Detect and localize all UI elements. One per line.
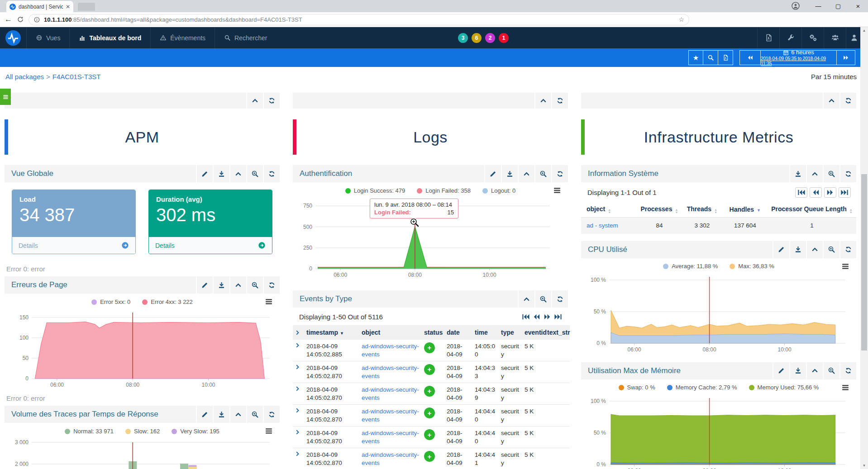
event-object-link[interactable]: ad-windows-security-events (362, 386, 419, 401)
legend-item[interactable]: Max: 36,83 % (730, 263, 774, 270)
edit-icon[interactable] (196, 165, 213, 182)
status-badge-yellow[interactable]: 6 (472, 33, 482, 43)
table-row[interactable]: 2018-04-09 14:05:02.870ad-windows-securi… (293, 405, 570, 426)
refresh-icon[interactable] (551, 93, 568, 109)
cpu-area-chart[interactable]: 0 %50 %100 %06:0008:0010:00 (582, 272, 855, 356)
time-rewind-button[interactable] (739, 50, 761, 65)
toolbar-pdf-button[interactable] (718, 50, 733, 65)
users-button[interactable] (824, 27, 846, 48)
window-close-button[interactable]: × (848, 2, 868, 10)
table-row[interactable]: 2018-04-09 14:05:02.870ad-windows-securi… (293, 448, 570, 469)
zoom-icon[interactable] (246, 406, 263, 423)
servicepilot-logo[interactable] (0, 27, 26, 48)
memory-area-chart[interactable]: 0 %50 %100 %06:0008:0010:00 (582, 393, 855, 469)
event-object-link[interactable]: ad-windows-security-events (362, 365, 419, 379)
table-row[interactable]: 2018-04-09 14:05:02.870ad-windows-securi… (293, 383, 570, 405)
zoom-icon[interactable] (823, 362, 839, 379)
legend-item[interactable]: Error 4xx: 3 222 (142, 298, 193, 305)
download-icon[interactable] (789, 165, 806, 182)
col-timestamp[interactable]: timestamp ▼ (305, 325, 360, 340)
edit-icon[interactable] (196, 406, 213, 423)
prev-page-button[interactable] (532, 313, 541, 321)
page-scrollbar[interactable]: ▲ ▼ (860, 27, 868, 469)
zoom-icon[interactable] (534, 165, 551, 182)
zoom-icon[interactable] (246, 165, 263, 182)
legend-item[interactable]: Swap: 0 % (619, 384, 655, 391)
legend-item[interactable]: Login Failed: 358 (417, 187, 471, 194)
collapse-icon[interactable] (229, 276, 246, 294)
col-eventid[interactable]: eventid (523, 325, 545, 340)
refresh-icon[interactable] (263, 276, 280, 294)
download-icon[interactable] (213, 165, 229, 182)
legend-item[interactable]: Slow: 162 (125, 428, 160, 435)
legend-item[interactable]: Error 5xx: 0 (91, 298, 130, 305)
refresh-icon[interactable] (551, 165, 568, 182)
refresh-icon[interactable] (839, 165, 856, 182)
load-details-link[interactable]: Details (19, 242, 38, 249)
export-pdf-button[interactable] (757, 27, 779, 48)
scrollbar-thumb[interactable] (861, 174, 867, 351)
refresh-icon[interactable] (839, 241, 856, 258)
chart-menu-icon[interactable] (264, 426, 273, 436)
refresh-icon[interactable] (839, 93, 856, 109)
col-processes[interactable]: Processes▲▼ (637, 202, 682, 218)
table-row[interactable]: ad - system 84 3 302 137 604 1 (581, 218, 856, 234)
reload-icon[interactable] (17, 16, 24, 23)
chart-menu-icon[interactable] (841, 383, 850, 392)
scroll-up-icon[interactable]: ▲ (860, 27, 868, 34)
collapse-icon[interactable] (229, 165, 246, 182)
bookmark-star-icon[interactable]: ☆ (678, 16, 684, 23)
refresh-icon[interactable] (839, 362, 856, 379)
collapse-icon[interactable] (246, 93, 263, 109)
col-text-str[interactable]: text_str (545, 325, 570, 340)
legend-item[interactable]: Average: 11,88 % (663, 263, 718, 270)
col-type[interactable]: type (499, 325, 523, 340)
legend-item[interactable]: Normal: 33 971 (65, 428, 114, 435)
legend-item[interactable]: Very Slow: 195 (172, 428, 219, 435)
last-page-button[interactable] (554, 313, 563, 321)
legend-item[interactable]: Memory Used: 75,66 % (749, 384, 819, 391)
arrow-circle-icon[interactable] (258, 242, 266, 249)
col-time[interactable]: time (473, 325, 499, 340)
collapse-icon[interactable] (518, 290, 534, 308)
browser-profile-icon[interactable] (791, 1, 800, 10)
duration-details-link[interactable]: Details (155, 242, 175, 249)
collapse-icon[interactable] (806, 241, 823, 258)
next-page-button[interactable] (824, 187, 836, 198)
event-object-link[interactable]: ad-windows-security-events (362, 451, 419, 466)
chevron-right-icon[interactable] (295, 386, 303, 392)
url-field[interactable]: 10.1.1.100:85/dashboard.html#tags=all&pa… (29, 14, 689, 25)
status-badge-magenta[interactable]: 2 (485, 33, 495, 43)
col-pql[interactable]: Processor Queue Length▲▼ (768, 202, 856, 218)
zoom-icon[interactable] (823, 165, 839, 182)
legend-item[interactable]: Memory Cache: 2,79 % (667, 384, 737, 391)
refresh-icon[interactable] (263, 165, 280, 182)
col-threads[interactable]: Threads▲▼ (682, 202, 723, 218)
chart-menu-icon[interactable] (841, 262, 850, 271)
breadcrumb-all-packages[interactable]: All packages (5, 73, 44, 81)
breadcrumb-current[interactable]: F4AC01S-T3ST (52, 73, 101, 81)
collapse-icon[interactable] (534, 93, 551, 109)
edit-icon[interactable] (484, 165, 501, 182)
favorite-button[interactable]: ★ (688, 50, 703, 65)
tools-button[interactable] (779, 27, 801, 48)
refresh-icon[interactable] (263, 93, 280, 109)
zoom-icon[interactable] (823, 241, 839, 258)
collapse-icon[interactable] (518, 165, 534, 182)
chart-menu-icon[interactable] (553, 186, 562, 195)
prev-page-button[interactable] (810, 187, 822, 198)
download-icon[interactable] (213, 276, 229, 294)
zoom-icon[interactable] (534, 290, 551, 308)
table-row[interactable]: 2018-04-09 14:05:02.870ad-windows-securi… (293, 361, 570, 383)
chevron-right-icon[interactable] (295, 364, 303, 370)
legend-item[interactable]: Logout: 0 (482, 187, 515, 194)
chevron-right-icon[interactable] (295, 342, 303, 348)
page-info-icon[interactable] (33, 16, 40, 23)
collapse-icon[interactable] (806, 165, 823, 182)
next-page-button[interactable] (543, 313, 552, 321)
chevron-right-icon[interactable] (295, 330, 303, 336)
tab-close-icon[interactable]: ✕ (66, 4, 70, 10)
scroll-down-icon[interactable]: ▼ (860, 462, 868, 469)
col-object[interactable]: object (360, 325, 422, 340)
col-handles[interactable]: Handles▼ (723, 202, 768, 218)
